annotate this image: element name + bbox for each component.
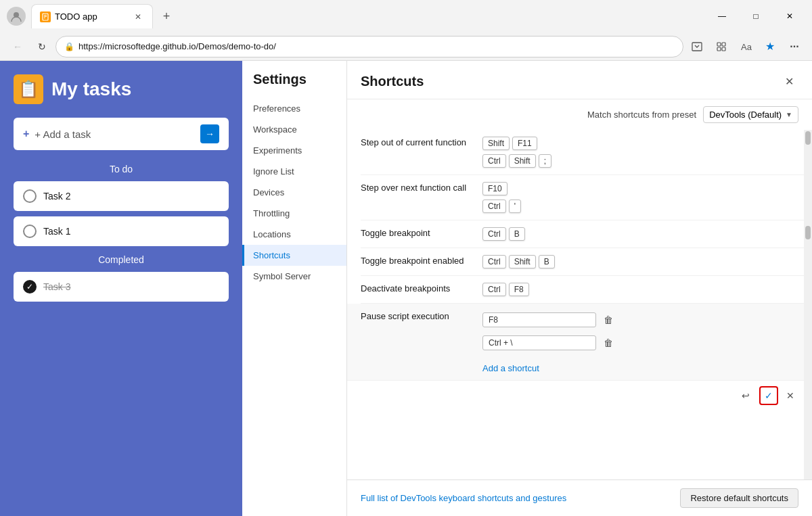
back-button[interactable]: ← <box>7 36 28 57</box>
preset-value: DevTools (Default) <box>709 110 782 120</box>
key-combo: Ctrl F8 <box>482 283 785 296</box>
delete-shortcut-button[interactable]: 🗑 <box>599 333 618 352</box>
delete-shortcut-button[interactable]: 🗑 <box>599 310 618 329</box>
close-button[interactable]: ✕ <box>774 5 805 27</box>
sidebar-item-workspace[interactable]: Workspace <box>242 119 346 140</box>
browser-window: TODO app ✕ + — □ ✕ ← ↻ 🔒 https://microso… <box>0 0 812 516</box>
shortcuts-list: Step out of current function Shift F11 C… <box>347 130 812 479</box>
add-shortcut-link[interactable]: Add a shortcut <box>482 363 539 373</box>
collections-icon[interactable] <box>710 36 732 57</box>
sidebar-item-ignore-list[interactable]: Ignore List <box>242 161 346 182</box>
todo-title: My tasks <box>51 78 131 100</box>
shortcut-name: Step out of current function <box>361 137 469 149</box>
key-badge: Ctrl <box>482 255 506 268</box>
scrollbar-thumb <box>805 131 811 145</box>
key-combo: 🗑 <box>482 310 785 329</box>
svg-rect-7 <box>722 43 725 46</box>
svg-rect-9 <box>722 47 725 51</box>
sidebar-item-symbol-server[interactable]: Symbol Server <box>242 266 346 287</box>
read-aloud-icon[interactable]: Aa <box>735 36 757 57</box>
shortcuts-close-button[interactable]: ✕ <box>780 72 798 91</box>
preset-label: Match shortcuts from preset <box>587 110 696 120</box>
shortcuts-header: Shortcuts ✕ <box>347 61 812 99</box>
tab-bar: TODO app ✕ + <box>31 4 706 28</box>
shortcut-name: Step over next function call <box>361 182 469 194</box>
sidebar-item-locations[interactable]: Locations <box>242 224 346 245</box>
list-item[interactable]: ✓ Task 3 <box>14 272 229 302</box>
task-checkbox-done[interactable]: ✓ <box>23 280 37 294</box>
sidebar-item-devices[interactable]: Devices <box>242 182 346 203</box>
web-capture-icon[interactable] <box>686 36 708 57</box>
key-badge: Ctrl <box>482 283 506 296</box>
task-checkbox[interactable] <box>23 225 37 238</box>
shortcuts-footer: Full list of DevTools keyboard shortcuts… <box>347 479 812 516</box>
key-combo: Ctrl Shift ; <box>482 154 785 168</box>
shortcut-keys: Shift F11 Ctrl Shift ; <box>482 137 785 168</box>
scrollbar[interactable] <box>804 130 812 479</box>
sidebar-item-preferences[interactable]: Preferences <box>242 98 346 119</box>
editable-shortcut-row: Pause script execution 🗑 🗑 A <box>347 304 812 381</box>
key-combo: 🗑 <box>482 333 785 352</box>
key-badge: ; <box>539 154 551 168</box>
preset-dropdown[interactable]: DevTools (Default) ▼ <box>703 106 798 123</box>
task-text-done: Task 3 <box>43 281 70 292</box>
url-bar[interactable]: 🔒 https://microsoftedge.github.io/Demos/… <box>55 36 683 57</box>
nav-bar: ← ↻ 🔒 https://microsoftedge.github.io/De… <box>0 32 812 61</box>
restore-button[interactable]: □ <box>740 5 771 27</box>
key-badge: Shift <box>509 255 536 268</box>
tab-close-button[interactable]: ✕ <box>132 11 144 23</box>
list-item[interactable]: Task 1 <box>14 216 229 246</box>
task-text: Task 1 <box>43 226 70 237</box>
window-controls: — □ ✕ <box>706 5 805 27</box>
svg-rect-2 <box>44 15 47 16</box>
sidebar-item-throttling[interactable]: Throttling <box>242 203 346 224</box>
key-badge: F10 <box>482 182 508 195</box>
key-combo: Shift F11 <box>482 137 785 150</box>
settings-title: Settings <box>242 72 346 98</box>
tab-title: TODO app <box>55 11 132 22</box>
svg-rect-3 <box>44 16 47 17</box>
todo-app-icon: 📋 <box>14 74 43 104</box>
key-badge: ' <box>509 200 521 213</box>
sidebar-item-shortcuts[interactable]: Shortcuts <box>242 245 346 266</box>
full-list-link[interactable]: Full list of DevTools keyboard shortcuts… <box>361 493 566 503</box>
task-checkbox[interactable] <box>23 189 37 203</box>
shortcut-keys: Ctrl B <box>482 227 785 241</box>
favorites-icon[interactable]: ★ <box>759 36 781 57</box>
new-tab-button[interactable]: + <box>156 5 177 27</box>
sidebar-item-experiments[interactable]: Experiments <box>242 140 346 161</box>
svg-rect-6 <box>717 43 721 46</box>
shortcut-name: Deactivate breakpoints <box>361 283 469 295</box>
restore-defaults-button[interactable]: Restore default shortcuts <box>680 488 798 508</box>
shortcut-keys: 🗑 🗑 Add a shortcut <box>482 310 785 373</box>
key-badge: Shift <box>509 154 536 168</box>
settings-nav: Settings Preferences Workspace Experimen… <box>242 61 347 516</box>
shortcut-name: Pause script execution <box>361 310 469 323</box>
shortcuts-content: Shortcuts ✕ Match shortcuts from preset … <box>347 61 812 516</box>
active-tab[interactable]: TODO app ✕ <box>31 4 153 28</box>
more-menu-button[interactable]: ··· <box>784 36 805 57</box>
dismiss-button[interactable]: ✕ <box>782 388 798 404</box>
shortcuts-page-title: Shortcuts <box>361 74 424 89</box>
key-badge: Ctrl <box>482 154 506 168</box>
todo-header: 📋 My tasks <box>14 74 229 104</box>
scrollbar-thumb <box>805 226 811 239</box>
preset-bar: Match shortcuts from preset DevTools (De… <box>347 99 812 130</box>
undo-button[interactable]: ↩ <box>736 386 755 405</box>
add-task-arrow-button[interactable]: → <box>200 124 219 143</box>
settings-panel: Settings Preferences Workspace Experimen… <box>242 61 812 516</box>
minimize-button[interactable]: — <box>706 5 738 27</box>
shortcut-input-2[interactable] <box>482 335 596 350</box>
add-task-bar[interactable]: + + Add a task → <box>14 118 229 150</box>
key-badge: Shift <box>482 137 510 150</box>
profile-icon[interactable] <box>7 7 26 26</box>
key-combo: F10 <box>482 182 785 195</box>
key-combo: Ctrl ' <box>482 200 785 213</box>
action-row: ↩ ✓ ✕ <box>361 381 812 411</box>
shortcut-input-1[interactable] <box>482 312 596 327</box>
confirm-button[interactable]: ✓ <box>759 386 778 405</box>
list-item[interactable]: Task 2 <box>14 181 229 211</box>
chevron-down-icon: ▼ <box>786 111 792 118</box>
refresh-button[interactable]: ↻ <box>31 36 53 57</box>
shortcut-keys: Ctrl F8 <box>482 283 785 296</box>
